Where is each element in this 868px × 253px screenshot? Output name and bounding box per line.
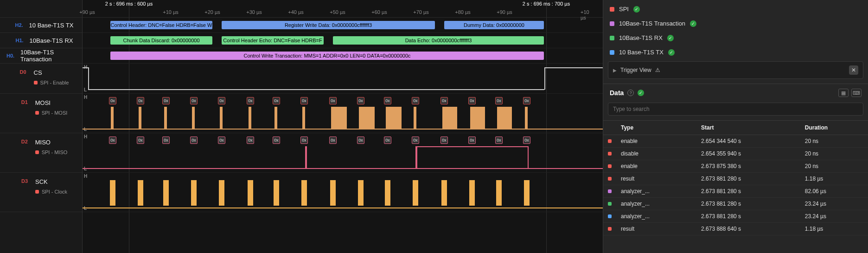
analyzer-tx[interactable]: 10 Base-T1S TX ✓ (603, 45, 868, 59)
channel-id: D3 (21, 178, 31, 184)
byte-tag[interactable]: 0x (162, 97, 170, 104)
byte-tag[interactable]: 0x (190, 97, 198, 104)
channel-id: H2. (15, 22, 25, 28)
byte-tag[interactable]: 0x (468, 136, 476, 144)
color-swatch (610, 7, 614, 12)
search-input[interactable]: Type to search (608, 103, 863, 116)
table-row[interactable]: analyzer_... 2.673 881 280 s 82.06 µs (603, 185, 868, 198)
clock-pulse (301, 180, 307, 206)
terminal-view-icon[interactable]: ⌨ (851, 89, 862, 97)
byte-tag[interactable]: 0x (109, 97, 116, 104)
color-swatch (608, 152, 612, 156)
channel-h1[interactable]: H1. 10Base-T1S RX (0, 33, 82, 48)
byte-tag[interactable]: 0x (273, 97, 280, 104)
channel-name: 10Base-T1S Transaction (20, 49, 82, 63)
channel-id: D0 (20, 69, 29, 75)
timeline-header: 2 s : 696 ms : 600 µs 2 s : 696 ms : 700… (83, 0, 603, 18)
byte-tag[interactable]: 0x (329, 136, 337, 144)
clock-pulse (330, 180, 336, 206)
table-row[interactable]: analyzer_... 2.673 881 280 s 23.24 µs (603, 198, 868, 210)
right-panel: SPI ✓ 10Base-T1S Transaction ✓ 10Base-T1… (603, 0, 868, 253)
frame-dummy-data[interactable]: Dummy Data: 0x00000000 (444, 21, 544, 29)
byte-tag[interactable]: 0x (218, 97, 225, 104)
frame-data-echo[interactable]: Data Echo: 0x0000000cfffffff3 (333, 36, 544, 45)
frame-control-write-transaction[interactable]: Control Write Transaction: MMS=1 ADDR=0x… (110, 52, 544, 60)
channel-d0[interactable]: D0 CS SPI - Enable (0, 64, 82, 94)
lane-rx: Chunk Data Discard: 0x00000000 Control H… (83, 33, 603, 48)
table-row[interactable]: enable 2.654 344 540 s 20 ns (603, 135, 868, 148)
analyzer-transaction[interactable]: 10Base-T1S Transaction ✓ (603, 16, 868, 31)
byte-tag[interactable]: 0x (384, 97, 391, 104)
byte-tag[interactable]: 0x (329, 97, 337, 104)
clock-pulse (138, 180, 143, 206)
channel-h2[interactable]: H2. 10 Base-T1S TX (0, 18, 82, 33)
clock-pulse (358, 180, 364, 206)
byte-tag[interactable]: 0x (247, 97, 254, 104)
table-row[interactable]: analyzer_... 2.673 881 280 s 23.24 µs (603, 210, 868, 223)
byte-tag[interactable]: 0x (137, 136, 144, 144)
byte-tag[interactable]: 0x (137, 97, 144, 104)
analyzer-label: 10Base-T1S RX (619, 34, 663, 41)
col-type[interactable]: Type (616, 121, 696, 135)
cell-start: 2.673 881 280 s (696, 185, 800, 198)
trigger-view-row[interactable]: ▶ Trigger View ⚠ ✕ (608, 61, 863, 79)
channel-label-column: H2. 10 Base-T1S TX H1. 10Base-T1S RX H0.… (0, 0, 83, 253)
help-icon[interactable]: ? (627, 90, 634, 96)
byte-tag[interactable]: 0x (162, 136, 170, 144)
byte-tag[interactable]: 0x (440, 97, 448, 104)
clock-pulse (248, 180, 253, 206)
miso-pulse (415, 146, 417, 168)
cell-duration: 1.18 µs (800, 223, 868, 235)
frame-header-echo[interactable]: Control Header Echo: DNC=False HDRB=F (222, 36, 324, 45)
byte-tag[interactable]: 0x (412, 136, 419, 144)
byte-tag[interactable]: 0x (440, 136, 448, 144)
byte-tag[interactable]: 0x (495, 97, 503, 104)
byte-tag[interactable]: 0x (384, 136, 391, 144)
byte-tag[interactable]: 0x (300, 97, 308, 104)
analyzer-rx[interactable]: 10Base-T1S RX ✓ (603, 31, 868, 45)
table-row[interactable]: enable 2.673 875 380 s 20 ns (603, 160, 868, 173)
channel-d3[interactable]: D3 SCK SPI - Clock (0, 173, 82, 212)
channel-h0[interactable]: H0. 10Base-T1S Transaction (0, 48, 82, 64)
frame-chunk-discard[interactable]: Chunk Data Discard: 0x00000000 (110, 36, 212, 45)
mosi-pulse-wide (361, 107, 375, 129)
byte-tag[interactable]: 0x (273, 136, 280, 144)
miso-pulse (305, 146, 307, 168)
channel-d2[interactable]: D2 MISO SPI - MISO (0, 133, 82, 173)
analyzer-spi[interactable]: SPI ✓ (603, 2, 868, 16)
data-table[interactable]: Type Start Duration enable 2.654 344 540… (603, 120, 868, 253)
grid-view-icon[interactable]: ▦ (838, 89, 849, 97)
byte-tag[interactable]: 0x (247, 136, 254, 144)
close-icon[interactable]: ✕ (849, 65, 858, 75)
waveform-canvas[interactable]: 2 s : 696 ms : 600 µs 2 s : 696 ms : 700… (83, 0, 603, 253)
cell-start: 2.673 888 640 s (696, 223, 800, 235)
col-start[interactable]: Start (696, 121, 800, 135)
table-row[interactable]: disable 2.654 355 940 s 20 ns (603, 148, 868, 160)
byte-tag[interactable]: 0x (523, 136, 530, 144)
cell-start: 2.673 881 280 s (696, 210, 800, 223)
clock-pulse (191, 180, 197, 206)
byte-tag[interactable]: 0x (218, 136, 225, 144)
byte-tag[interactable]: 0x (523, 97, 530, 104)
table-row[interactable]: result 2.673 888 640 s 1.18 µs (603, 223, 868, 235)
clock-pulse (219, 180, 224, 206)
byte-tag[interactable]: 0x (412, 97, 419, 104)
byte-tag[interactable]: 0x (109, 136, 116, 144)
byte-tag[interactable]: 0x (495, 136, 503, 144)
byte-tag[interactable]: 0x (300, 136, 308, 144)
channel-name: CS (34, 69, 69, 76)
color-swatch (610, 21, 614, 26)
frame-control-header[interactable]: Control Header: DNC=False HDRB=False W (110, 21, 212, 29)
byte-tag[interactable]: 0x (357, 97, 364, 104)
byte-tag[interactable]: 0x (190, 136, 198, 144)
channel-d1[interactable]: D1 MOSI SPI - MOSI (0, 94, 82, 133)
col-duration[interactable]: Duration (800, 121, 868, 135)
table-row[interactable]: result 2.673 881 280 s 1.18 µs (603, 173, 868, 185)
clock-pulse (110, 180, 115, 206)
byte-tag[interactable]: 0x (468, 97, 476, 104)
byte-tag[interactable]: 0x (357, 136, 364, 144)
check-icon: ✓ (668, 49, 675, 56)
mosi-pulse (414, 107, 416, 129)
cell-start: 2.654 344 540 s (696, 135, 800, 148)
frame-register-write[interactable]: Register Write Data: 0x0000000cfffffff3 (222, 21, 435, 29)
